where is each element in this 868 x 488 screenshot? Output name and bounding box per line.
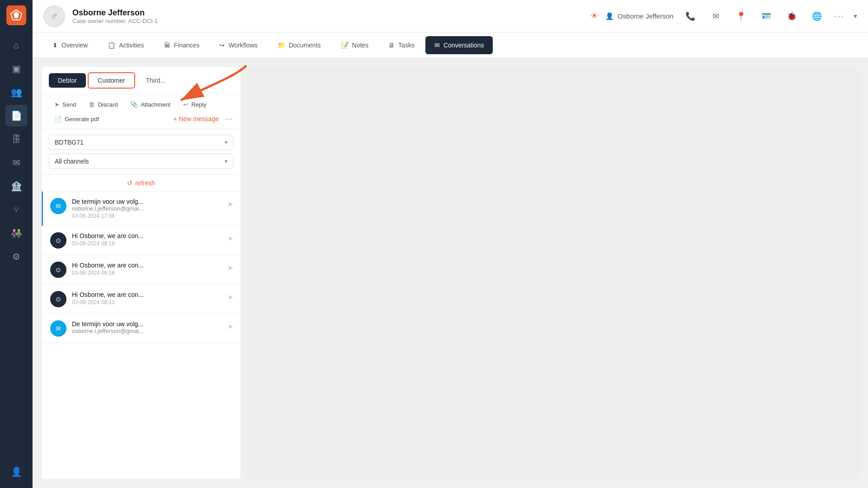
send-arrow-icon: ➤ (227, 293, 233, 301)
sidebar-item-bank[interactable]: 🏦 (5, 175, 27, 197)
toolbar-more-icon[interactable]: ··· (225, 114, 233, 124)
sidebar-item-branches[interactable]: ⑂ (5, 199, 27, 221)
sidebar-item-settings[interactable]: ⚙ (5, 246, 27, 267)
bug-icon[interactable]: 🐞 (783, 8, 800, 24)
notes-icon: 📝 (341, 42, 349, 49)
message-item[interactable]: ⊙ Hi Osborne, we are con... 03-06-2024 0… (42, 226, 241, 255)
sidebar-item-mail[interactable]: ✉ (5, 152, 27, 174)
message-avatar: ⊙ (50, 262, 66, 278)
discard-button[interactable]: 🗑 Discard (83, 98, 123, 111)
tab-tasks[interactable]: 🖥 Tasks (379, 36, 424, 54)
phone-icon[interactable]: 📞 (682, 8, 698, 24)
sidebar-item-database[interactable]: 🗄 (5, 128, 27, 150)
avatar: ♂ (43, 5, 65, 27)
new-message-button[interactable]: + New message (169, 113, 223, 125)
sidebar-item-inbox[interactable]: ▣ (5, 58, 27, 80)
subtab-customer[interactable]: Customer (88, 72, 135, 89)
reply-button[interactable]: ↩ Reply (178, 98, 212, 111)
discard-icon: 🗑 (89, 101, 95, 108)
sidebar-item-team[interactable]: 👫 (5, 222, 27, 244)
message-content: Hi Osborne, we are con... 03-06-2024 08:… (72, 291, 222, 305)
refresh-icon: ↺ (127, 179, 132, 187)
right-panel (248, 67, 859, 479)
attachment-icon: 📎 (130, 101, 138, 108)
documents-icon: 📁 (278, 42, 285, 49)
tab-documents[interactable]: 📁 Documents (269, 36, 330, 54)
eye-icon[interactable]: 👁 (591, 12, 598, 20)
contact-name: Osborne Jefferson (72, 8, 580, 18)
subtabs: Debtor Customer Third... (42, 67, 241, 94)
tasks-icon: 🖥 (388, 42, 395, 49)
sidebar-item-home[interactable]: ⌂ (5, 34, 27, 56)
tab-workflows[interactable]: ↪ Workflows (210, 36, 266, 54)
send-arrow-icon: ➤ (227, 263, 233, 272)
conversation-toolbar: ➤ Send 🗑 Discard 📎 Attachment ↩ Reply 📄 (42, 94, 241, 129)
message-item[interactable]: ✉ De termijn voor uw volg... osborne.l.j… (42, 314, 241, 343)
sidebar: ⌂ ▣ 👥 📄 🗄 ✉ 🏦 ⑂ 👫 ⚙ 👤 (0, 0, 33, 488)
tab-notes[interactable]: 📝 Notes (332, 36, 378, 54)
topbar-user: 👤 Osborne Jefferson (605, 12, 673, 20)
topbar-info: Osborne Jefferson Case owner number: ACC… (72, 8, 580, 24)
subtab-third[interactable]: Third... (137, 73, 175, 88)
message-item[interactable]: ⊙ Hi Osborne, we are con... 03-06-2024 0… (42, 255, 241, 285)
message-content: Hi Osborne, we are con... 03-06-2024 08:… (72, 262, 222, 276)
tab-activities[interactable]: 📋 Activities (99, 36, 153, 54)
workflows-icon: ↪ (219, 42, 225, 49)
topbar-actions: 👤 Osborne Jefferson 📞 ✉ 📍 🪪 🐞 🌐 ··· ▾ (605, 8, 857, 24)
case-number: Case owner number: ACC-DCI-1 (72, 18, 580, 24)
sidebar-item-documents[interactable]: 📄 (5, 105, 27, 127)
message-content: Hi Osborne, we are con... 03-06-2024 08:… (72, 232, 222, 247)
finances-icon: 🏛 (164, 42, 170, 49)
chevron-down-icon[interactable]: ▾ (854, 12, 857, 20)
message-avatar: ✉ (50, 198, 66, 214)
message-avatar: ⊙ (50, 232, 66, 249)
svg-marker-1 (14, 12, 19, 18)
send-arrow-icon: ➤ (227, 322, 233, 331)
app-logo[interactable] (6, 5, 26, 25)
filters: BDTBG71 ▾ All channels ▾ (42, 129, 241, 175)
refresh-button[interactable]: ↺ refresh (42, 175, 241, 192)
more-options-icon[interactable]: ··· (834, 11, 844, 21)
filter-all-channels[interactable]: All channels ▾ (49, 154, 233, 169)
send-icon: ➤ (54, 101, 60, 108)
id-icon[interactable]: 🪪 (758, 8, 774, 24)
user-name: Osborne Jefferson (618, 12, 673, 20)
message-avatar: ✉ (50, 320, 66, 337)
sidebar-item-profile[interactable]: 👤 (5, 461, 27, 483)
topbar: ♂ Osborne Jefferson Case owner number: A… (33, 0, 868, 33)
send-arrow-icon: ➤ (227, 234, 233, 243)
sidebar-item-contacts[interactable]: 👥 (5, 81, 27, 103)
message-item[interactable]: ✉ De termijn voor uw volg... osborne.l.j… (42, 192, 241, 226)
attachment-button[interactable]: 📎 Attachment (125, 98, 176, 111)
pdf-icon: 📄 (54, 115, 62, 122)
tab-overview[interactable]: ⬇ Overview (43, 36, 97, 54)
filter2-chevron-icon: ▾ (225, 158, 227, 164)
message-avatar: ⊙ (50, 291, 66, 307)
message-list: ✉ De termijn voor uw volg... osborne.l.j… (42, 192, 241, 479)
tab-finances[interactable]: 🏛 Finances (155, 36, 209, 54)
message-item[interactable]: ⊙ Hi Osborne, we are con... 03-06-2024 0… (42, 285, 241, 314)
activities-icon: 📋 (108, 42, 115, 49)
generate-pdf-button[interactable]: 📄 Generate pdf (49, 113, 104, 125)
overview-icon: ⬇ (52, 42, 58, 49)
left-panel: Debtor Customer Third... ➤ Send 🗑 Discar… (42, 67, 241, 479)
send-arrow-icon: ➤ (227, 200, 233, 208)
globe-icon[interactable]: 🌐 (809, 8, 825, 24)
email-icon[interactable]: ✉ (708, 8, 724, 24)
filter1-chevron-icon: ▾ (225, 139, 227, 145)
filter-bdtbg71[interactable]: BDTBG71 ▾ (49, 135, 233, 150)
conversations-icon: ✉ (434, 42, 440, 49)
subtab-debtor[interactable]: Debtor (49, 73, 86, 88)
message-content: De termijn voor uw volg... osborne.l.jef… (72, 320, 222, 334)
send-button[interactable]: ➤ Send (49, 98, 81, 111)
message-content: De termijn voor uw volg... osborne.l.jef… (72, 198, 222, 219)
content-area: Debtor Customer Third... ➤ Send 🗑 Discar… (33, 58, 868, 488)
reply-icon: ↩ (183, 101, 189, 108)
page-tabs: ⬇ Overview 📋 Activities 🏛 Finances ↪ Wor… (33, 33, 868, 58)
user-icon: 👤 (605, 12, 614, 20)
tab-conversations[interactable]: ✉ Conversations (425, 36, 493, 54)
main-content: ♂ Osborne Jefferson Case owner number: A… (33, 0, 868, 488)
location-icon[interactable]: 📍 (733, 8, 749, 24)
